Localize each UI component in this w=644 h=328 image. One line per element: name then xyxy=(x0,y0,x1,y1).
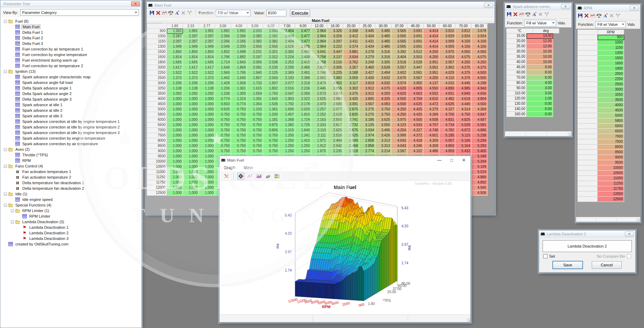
set-checkbox[interactable] xyxy=(543,254,547,258)
table-cell[interactable]: 3.137 xyxy=(327,55,343,60)
table-cell[interactable]: 4.372 xyxy=(407,133,423,138)
table-cell[interactable]: 1.000 xyxy=(199,138,215,143)
table-cell[interactable]: 2.382 xyxy=(263,39,279,44)
table-cell[interactable]: 1.138 xyxy=(167,86,183,91)
tree-item[interactable]: RPM Limiter xyxy=(2,213,141,219)
tree-item[interactable]: –RPM Limiter (1) xyxy=(2,208,141,213)
table-cell[interactable]: 1.725 xyxy=(295,123,311,128)
row-header[interactable]: 9500 xyxy=(147,154,167,159)
table-cell[interactable]: 0.750 xyxy=(247,128,263,133)
table-cell[interactable]: 3.528 xyxy=(407,60,423,65)
table-cell[interactable]: 3500 xyxy=(598,97,624,103)
table-cell[interactable]: 4.472 xyxy=(423,102,439,107)
table-cell[interactable]: 3.316 xyxy=(375,49,391,55)
row-header[interactable] xyxy=(577,192,598,197)
table-cell[interactable]: 2.300 xyxy=(279,49,295,55)
table-cell[interactable]: 3.275 xyxy=(359,107,375,112)
table-cell[interactable]: 3.957 xyxy=(439,60,455,65)
table-cell[interactable]: 3.297 xyxy=(327,39,343,44)
tree-item[interactable]: –Lambda Deactivation (3) xyxy=(2,219,141,225)
table-cell[interactable]: 1.373 xyxy=(199,76,215,81)
table-cell[interactable]: 4.375 xyxy=(455,65,472,70)
scales-icon[interactable] xyxy=(525,11,531,17)
table-cell[interactable]: 1600 xyxy=(598,61,624,66)
table-cell[interactable]: 0.00 xyxy=(527,112,553,117)
table-cell[interactable]: 2.573 xyxy=(311,91,327,96)
table-cell[interactable]: 4.279 xyxy=(423,107,439,112)
row-header[interactable] xyxy=(577,197,598,202)
row-header[interactable]: 15.00 xyxy=(506,33,527,39)
table-cell[interactable]: 0.750 xyxy=(231,117,247,123)
table-cell[interactable]: 1.832 xyxy=(215,49,231,55)
table-cell[interactable]: 2.964 xyxy=(311,39,327,44)
table-cell[interactable]: 8.00 xyxy=(527,70,553,75)
table-cell[interactable]: 0.750 xyxy=(247,123,263,128)
tree-item[interactable]: RPM xyxy=(2,158,141,163)
table-cell[interactable]: 3.999 xyxy=(391,133,407,138)
row-header[interactable] xyxy=(577,82,598,87)
table-cell[interactable]: 8500 xyxy=(598,150,624,155)
table-cell[interactable]: 4.200 xyxy=(375,91,391,96)
table-cell[interactable]: 2.252 xyxy=(311,112,327,117)
table-cell[interactable]: 4.156 xyxy=(472,44,488,49)
column-header[interactable]: 12.00 xyxy=(311,23,327,29)
table-cell[interactable]: 3.216 xyxy=(327,60,343,65)
table-cell[interactable]: 2.625 xyxy=(279,44,295,49)
table-cell[interactable]: 1.949 xyxy=(167,44,183,49)
table-cell[interactable]: 1.640 xyxy=(295,128,311,133)
table-cell[interactable]: 2.257 xyxy=(311,107,327,112)
curve-icon[interactable] xyxy=(246,173,253,180)
table-cell[interactable]: 1.000 xyxy=(183,143,199,149)
table-cell[interactable]: 1.665 xyxy=(167,60,183,65)
row-header[interactable]: 7500 xyxy=(147,133,167,138)
table-cell[interactable]: 3.810 xyxy=(439,29,455,34)
surface-icon[interactable] xyxy=(255,173,262,180)
tree-item[interactable]: Throttle (°TPS) xyxy=(2,152,141,158)
table-cell[interactable]: 1.810 xyxy=(295,112,311,117)
table-cell[interactable]: 1.410 xyxy=(295,138,311,143)
row-header[interactable] xyxy=(577,176,598,181)
table-cell[interactable]: 3.750 xyxy=(375,112,391,117)
table-cell[interactable]: 3.447 xyxy=(407,65,423,70)
table-cell[interactable]: 2.266 xyxy=(215,34,231,39)
table-cell[interactable]: 1.814 xyxy=(183,55,199,60)
row-header[interactable] xyxy=(577,45,598,50)
table-cell[interactable]: 4.024 xyxy=(439,55,455,60)
row-header[interactable] xyxy=(577,150,598,155)
table-cell[interactable]: 2.550 xyxy=(327,117,343,123)
table-cell[interactable]: 3.750 xyxy=(375,107,391,112)
table-cell[interactable]: 1.250 xyxy=(279,138,295,143)
table-cell[interactable]: 2.984 xyxy=(327,96,343,102)
table-cell[interactable]: 1.000 xyxy=(167,96,183,102)
main-fuel-titlebar[interactable]: Main Fuel ✕ xyxy=(147,2,495,9)
table-cell[interactable]: 5.164 xyxy=(455,143,472,149)
row-header[interactable] xyxy=(577,186,598,192)
table-cell[interactable]: 1.000 xyxy=(183,133,199,138)
column-header[interactable]: 6.00 xyxy=(263,23,279,29)
tree-item[interactable]: πDelta temperature fan deactivation 1 xyxy=(2,180,141,186)
table-cell[interactable]: 1.649 xyxy=(215,65,231,70)
table-cell[interactable]: 5.166 xyxy=(455,138,472,143)
table-cell[interactable]: 2.741 xyxy=(343,117,359,123)
table-cell[interactable]: 4.565 xyxy=(472,185,488,190)
table-cell[interactable]: 1000 xyxy=(598,40,624,45)
table-cell[interactable]: 11750 xyxy=(598,186,624,192)
table-cell[interactable]: 4.043 xyxy=(391,138,407,143)
table-cell[interactable]: 3.445 xyxy=(359,29,375,34)
scales-icon[interactable] xyxy=(168,10,174,16)
table-cell[interactable]: 2.489 xyxy=(295,65,311,70)
table-cell[interactable]: 2.479 xyxy=(311,81,327,86)
table-cell[interactable]: 4.418 xyxy=(407,138,423,143)
table-cell[interactable]: 3.762 xyxy=(343,60,359,65)
x-disabled-icon[interactable] xyxy=(180,10,186,16)
tree-item[interactable]: Delta Spark advance angle 1 xyxy=(2,85,141,91)
table-cell[interactable]: 1.665 xyxy=(183,60,199,65)
table-cell[interactable]: 4.102 xyxy=(407,149,423,154)
row-header[interactable]: 1150 xyxy=(147,39,167,44)
table-cell[interactable]: 4.043 xyxy=(391,143,407,149)
close-icon[interactable]: ✕ xyxy=(630,6,639,10)
table-cell[interactable]: 2.617 xyxy=(327,123,343,128)
table-cell[interactable]: 1.991 xyxy=(199,29,215,34)
execute-button[interactable]: Execute xyxy=(290,9,310,16)
table-cell[interactable]: 1.795 xyxy=(231,70,247,76)
